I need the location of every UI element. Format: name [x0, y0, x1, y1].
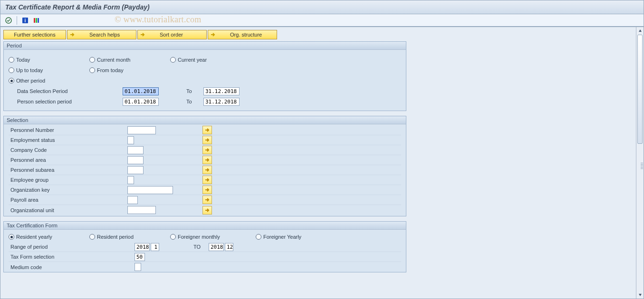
svg-rect-4	[36, 18, 37, 23]
medium-code-label: Medium code	[9, 264, 135, 270]
period-group: Period Today Current month Current year …	[3, 41, 406, 111]
to-label: To	[186, 88, 203, 94]
search-helps-button[interactable]: Search helps	[67, 30, 136, 39]
execute-icon[interactable]	[4, 16, 13, 25]
person-selection-to-field[interactable]: 31.12.2018	[203, 98, 240, 106]
multiple-selection-button[interactable]	[202, 136, 212, 144]
radio-resident-period[interactable]	[89, 234, 95, 240]
palette-icon[interactable]	[32, 16, 41, 25]
svg-rect-5	[38, 18, 39, 23]
arrow-right-icon	[140, 32, 145, 37]
radio-current-month[interactable]	[89, 57, 95, 63]
group-title: Period	[4, 42, 406, 50]
radio-label: Current year	[178, 57, 207, 63]
range-to-year-field[interactable]: 2018	[209, 243, 224, 251]
vertical-scrollbar[interactable]	[636, 27, 644, 299]
org-structure-button[interactable]: Org. structure	[208, 30, 277, 39]
selection-row: Organization key	[9, 185, 401, 195]
button-label: Sort order	[160, 32, 183, 37]
multiple-selection-button[interactable]	[202, 126, 212, 134]
personnel-number-label: Personnel Number	[9, 127, 127, 133]
scroll-up-icon[interactable]	[636, 27, 644, 35]
range-from-year-field[interactable]: 2018	[135, 243, 150, 251]
radio-other-period[interactable]	[9, 78, 14, 84]
svg-text:i: i	[25, 18, 26, 23]
multiple-selection-button[interactable]	[202, 166, 212, 174]
radio-label: Foreigner monthly	[178, 234, 220, 240]
personnel-number-field[interactable]	[127, 126, 156, 134]
organizational-unit-field[interactable]	[127, 206, 156, 214]
selection-group: Selection Personnel Number Employment st…	[3, 116, 406, 216]
radio-label: From today	[97, 67, 124, 73]
app-area: Further selections Search helps Sort ord…	[0, 27, 644, 299]
selection-button-row: Further selections Search helps Sort ord…	[3, 30, 633, 39]
separator	[17, 16, 17, 25]
organizational-unit-label: Organizational unit	[9, 207, 127, 213]
multiple-selection-button[interactable]	[202, 206, 212, 215]
tax-certification-group: Tax Certification Form Resident yearly R…	[3, 221, 406, 272]
radio-resident-yearly[interactable]	[9, 234, 14, 240]
selection-row: Personnel subarea	[9, 165, 401, 175]
medium-code-field[interactable]	[135, 263, 141, 271]
employee-group-field[interactable]	[127, 176, 134, 184]
multiple-selection-button[interactable]	[202, 196, 212, 204]
radio-current-year[interactable]	[170, 57, 176, 63]
button-label: Org. structure	[230, 32, 262, 37]
to-label: To	[186, 99, 203, 104]
selection-row: Personnel Number	[9, 125, 401, 135]
radio-up-to-today[interactable]	[9, 67, 14, 73]
employment-status-field[interactable]	[127, 136, 134, 144]
person-selection-from-field[interactable]: 01.01.2018	[123, 98, 159, 106]
organization-key-field[interactable]	[127, 186, 173, 194]
button-label: Search helps	[89, 32, 120, 37]
sort-order-button[interactable]: Sort order	[137, 30, 207, 39]
selection-row: Personnel area	[9, 155, 401, 165]
further-selections-button[interactable]: Further selections	[3, 30, 66, 39]
radio-foreigner-monthly[interactable]	[170, 234, 176, 240]
radio-foreigner-yearly[interactable]	[256, 234, 261, 240]
data-selection-to-field[interactable]: 31.12.2018	[203, 87, 240, 95]
data-selection-from-field[interactable]: 01.01.2018	[123, 87, 159, 95]
scroll-track[interactable]	[636, 35, 644, 291]
radio-label: Today	[16, 57, 30, 63]
personnel-area-field[interactable]	[127, 156, 144, 164]
scroll-thumb[interactable]	[637, 35, 643, 144]
page-title: Tax Certificate Report & Media Form (Pay…	[5, 3, 150, 11]
radio-label: Resident yearly	[16, 234, 52, 240]
payroll-area-field[interactable]	[127, 196, 138, 204]
personnel-area-label: Personnel area	[9, 157, 127, 163]
multiple-selection-button[interactable]	[202, 156, 212, 164]
multiple-selection-button[interactable]	[202, 176, 212, 184]
scroll-grip-icon	[641, 163, 643, 169]
personnel-subarea-field[interactable]	[127, 166, 144, 174]
organization-key-label: Organization key	[9, 187, 127, 193]
selection-row: Employment status	[9, 135, 401, 145]
title-bar: Tax Certificate Report & Media Form (Pay…	[0, 0, 644, 14]
employment-status-label: Employment status	[9, 137, 127, 143]
app-content: Further selections Search helps Sort ord…	[0, 27, 636, 299]
radio-label: Up to today	[16, 67, 43, 73]
multiple-selection-button[interactable]	[202, 186, 212, 194]
multiple-selection-button[interactable]	[202, 146, 212, 154]
company-code-label: Company Code	[9, 147, 127, 153]
radio-label: Current month	[97, 57, 130, 63]
to-label: TO	[193, 244, 209, 250]
scroll-down-icon[interactable]	[636, 291, 644, 299]
button-label: Further selections	[14, 32, 55, 37]
data-selection-period-label: Data Selection Period	[9, 88, 123, 94]
radio-today[interactable]	[9, 57, 14, 63]
range-from-month-field[interactable]: 1	[151, 243, 159, 251]
radio-label: Resident period	[97, 234, 134, 240]
info-icon[interactable]: i	[21, 16, 29, 25]
range-to-month-field[interactable]: 12	[225, 243, 233, 251]
group-title: Selection	[4, 116, 406, 124]
radio-label: Foreigner Yearly	[263, 234, 301, 240]
radio-from-today[interactable]	[89, 67, 95, 73]
personnel-subarea-label: Personnel subarea	[9, 167, 127, 173]
arrow-right-icon	[69, 32, 75, 37]
icon-toolbar: i © www.tutorialkart.com	[0, 14, 644, 27]
tax-form-selection-field[interactable]: 50	[135, 253, 145, 261]
company-code-field[interactable]	[127, 146, 144, 154]
person-selection-period-label: Person selection period	[9, 99, 123, 104]
payroll-area-label: Payroll area	[9, 197, 127, 203]
